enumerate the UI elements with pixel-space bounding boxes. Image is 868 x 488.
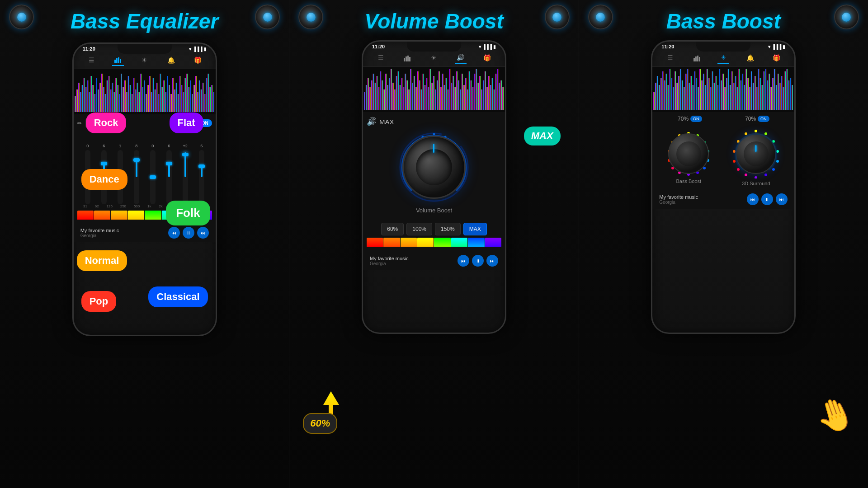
nav-brightness-icon-2[interactable]: ☀ <box>428 52 440 64</box>
svg-rect-62 <box>177 94 179 112</box>
svg-rect-262 <box>785 71 786 110</box>
nav-brightness-icon[interactable]: ☀ <box>139 54 151 66</box>
svg-rect-44 <box>146 94 147 112</box>
player-artist-2: Georgia <box>370 261 409 266</box>
vol-knob-container[interactable] <box>398 131 470 203</box>
eq-bar-5[interactable]: 5 <box>199 144 204 204</box>
nav-menu-icon-3[interactable]: ☰ <box>665 52 676 64</box>
svg-rect-25 <box>112 83 113 112</box>
svg-rect-210 <box>693 85 694 110</box>
svg-rect-93 <box>373 74 374 110</box>
nav-gift-icon-3[interactable]: 🎁 <box>771 52 783 64</box>
pause-button-1[interactable]: ⏸ <box>183 227 194 239</box>
vol-btn-max[interactable]: MAX <box>463 223 487 235</box>
player-buttons-3[interactable]: ⏮ ⏸ ⏭ <box>747 193 788 205</box>
svg-rect-255 <box>772 78 774 110</box>
knob-inner <box>416 149 452 185</box>
eq-thumb-0b[interactable] <box>150 175 156 179</box>
svg-rect-128 <box>435 89 436 110</box>
eq-track-6b[interactable] <box>166 150 172 204</box>
svg-rect-221 <box>712 71 713 110</box>
svg-rect-131 <box>440 87 442 110</box>
vol-btn-100[interactable]: 100% <box>406 223 432 235</box>
bass-equalizer-panel: Bass Equalizer Rock Flat Dance Folk Norm… <box>0 0 289 488</box>
vol-knob[interactable] <box>402 136 466 199</box>
svg-rect-24 <box>110 89 111 112</box>
svg-rect-166 <box>502 87 504 110</box>
phone-nav-2[interactable]: ☰ ☀ 🔊 🎁 <box>363 49 505 67</box>
vol-buttons[interactable]: 60% 100% 150% MAX <box>381 223 486 235</box>
svg-rect-30 <box>121 74 122 112</box>
phone-nav-1[interactable]: ☰ ☀ 🔔 🎁 <box>74 52 216 69</box>
svg-rect-242 <box>749 87 750 110</box>
svg-rect-134 <box>445 78 447 110</box>
eq-thumb-8[interactable] <box>133 158 140 162</box>
eq-thumb-6b[interactable] <box>166 162 172 165</box>
nav-volume-icon[interactable]: 🔔 <box>165 54 177 66</box>
nav-volume-icon-2[interactable]: 🔊 <box>455 52 467 64</box>
eq-bars: 0 6 <box>77 132 212 204</box>
prev-button-2[interactable]: ⏮ <box>458 255 469 267</box>
svg-rect-218 <box>707 69 708 110</box>
svg-rect-228 <box>724 87 726 110</box>
eq-track-5[interactable] <box>199 150 204 204</box>
bass-toggle[interactable]: ON <box>690 116 702 122</box>
pause-button-3[interactable]: ⏸ <box>761 193 773 205</box>
surround-knob-wrapper[interactable] <box>731 129 781 178</box>
eq-bar-6b[interactable]: 6 <box>166 144 172 204</box>
status-icons-3: ▾ ▐▐▐ ▮ <box>768 44 785 49</box>
player-buttons-2[interactable]: ⏮ ⏸ ⏭ <box>458 255 498 267</box>
eq-bar-10[interactable]: +2 <box>183 144 188 204</box>
eq-bar-8[interactable]: 8 <box>134 144 139 204</box>
player-artist-3: Georgia <box>659 200 698 205</box>
nav-brightness-icon-3[interactable]: ☀ <box>717 52 729 64</box>
bass-knob-wrapper[interactable] <box>666 131 711 176</box>
svg-rect-81 <box>211 85 212 112</box>
status-icons-2: ▾ ▐▐▐ ▮ <box>479 44 496 49</box>
svg-rect-12 <box>89 92 90 112</box>
vol-btn-150[interactable]: 150% <box>435 223 461 235</box>
nav-eq-icon-3[interactable] <box>691 52 703 64</box>
eq-thumb-10[interactable] <box>182 153 189 156</box>
prev-button-3[interactable]: ⏮ <box>747 193 759 205</box>
eq-track-8[interactable] <box>134 150 139 204</box>
svg-rect-144 <box>463 85 465 110</box>
eq-thumb-5[interactable] <box>198 164 205 168</box>
player-buttons-1[interactable]: ⏮ ⏸ ⏭ <box>168 227 209 239</box>
svg-rect-225 <box>719 69 721 110</box>
svg-rect-146 <box>467 89 468 110</box>
eq-track-0b[interactable] <box>150 150 156 204</box>
phone-nav-3[interactable]: ☰ ☀ 🔔 🎁 <box>652 49 794 67</box>
svg-rect-192 <box>660 78 662 110</box>
eq-val-6b: 6 <box>168 144 170 149</box>
nav-menu-icon[interactable]: ☰ <box>85 54 97 66</box>
svg-rect-9 <box>83 78 85 112</box>
svg-rect-163 <box>497 69 498 110</box>
nav-gift-icon-2[interactable]: 🎁 <box>481 52 493 64</box>
svg-rect-234 <box>735 76 736 110</box>
svg-rect-7 <box>80 92 81 112</box>
eq-track-10[interactable] <box>183 150 188 204</box>
prev-button-1[interactable]: ⏮ <box>168 227 180 239</box>
vol-btn-60[interactable]: 60% <box>381 223 404 235</box>
svg-rect-153 <box>479 76 481 110</box>
eq-thumb-6[interactable] <box>101 162 107 165</box>
nav-volume-icon-3[interactable]: 🔔 <box>744 52 756 64</box>
surround-toggle[interactable]: ON <box>758 116 769 122</box>
svg-rect-137 <box>451 83 452 110</box>
svg-point-294 <box>745 132 747 135</box>
bass-knob[interactable] <box>668 133 709 174</box>
pause-button-2[interactable]: ⏸ <box>472 255 484 267</box>
nav-gift-icon[interactable]: 🎁 <box>192 54 203 66</box>
next-button-1[interactable]: ⏭ <box>197 227 209 239</box>
nav-menu-icon-2[interactable]: ☰ <box>375 52 387 64</box>
eq-bar-0b[interactable]: 0 <box>150 144 156 204</box>
svg-rect-8 <box>81 85 83 112</box>
svg-rect-20 <box>103 87 104 112</box>
nav-eq-icon[interactable] <box>112 54 124 66</box>
svg-rect-14 <box>92 85 94 112</box>
nav-eq-icon-2[interactable] <box>401 52 413 64</box>
svg-rect-47 <box>151 92 152 112</box>
next-button-2[interactable]: ⏭ <box>486 255 498 267</box>
next-button-3[interactable]: ⏭ <box>776 193 788 205</box>
